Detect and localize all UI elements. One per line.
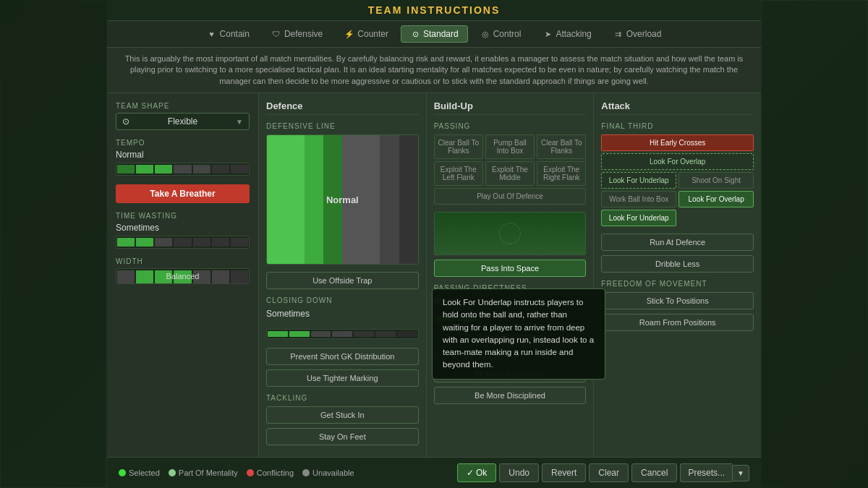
take-breather-button[interactable]: Take A Breather: [116, 184, 250, 203]
width-section: WIDTH Balanced: [116, 257, 250, 284]
w-seg-4: [174, 270, 191, 283]
tempo-seg-5: [193, 165, 210, 174]
presets-arrow-button[interactable]: ▼: [732, 465, 749, 481]
team-shape-text: Flexible: [168, 116, 197, 127]
attacking-icon: ➤: [542, 29, 553, 39]
closing-down-slider[interactable]: [266, 329, 419, 339]
buildup-column: Build-Up PASSING Clear Ball To Flanks Pu…: [427, 93, 595, 457]
cd-seg-6: [375, 331, 396, 337]
tempo-seg-4: [174, 165, 191, 174]
tempo-slider[interactable]: [116, 163, 250, 176]
ok-button[interactable]: ✓ Ok: [457, 463, 497, 482]
pass-exploit-middle[interactable]: Exploit The Middle: [485, 161, 535, 186]
look-for-overlap-bottom[interactable]: Look For Overlap: [678, 191, 754, 207]
bottom-bar: Selected Part Of Mentality Conflicting U…: [107, 457, 761, 488]
look-for-underlap-top[interactable]: Look For Underlap: [601, 172, 676, 189]
tempo-seg-3: [155, 165, 172, 174]
get-stuck-in-button[interactable]: Get Stuck In: [266, 406, 419, 424]
team-shape-label: TEAM SHAPE: [116, 102, 250, 110]
clear-button[interactable]: Clear: [589, 463, 629, 482]
cd-seg-2: [289, 331, 310, 337]
tempo-seg-1: [117, 165, 135, 174]
tab-attacking[interactable]: ➤ Attacking: [533, 25, 600, 43]
chevron-down-icon: ▼: [236, 118, 243, 126]
tab-counter-label: Counter: [357, 29, 388, 39]
pass-pump-box[interactable]: Pump Ball Into Box: [485, 134, 535, 159]
tempo-value: Normal: [116, 150, 250, 160]
width-display: Balanced: [116, 268, 250, 284]
presets-button[interactable]: Presets...: [680, 463, 732, 482]
cd-seg-4: [332, 331, 352, 337]
pass-into-space-button[interactable]: Pass Into Space: [434, 260, 587, 277]
cancel-button[interactable]: Cancel: [631, 463, 677, 482]
team-shape-dropdown[interactable]: ⊙ Flexible ▼: [116, 113, 250, 130]
mentality-dot: [169, 469, 176, 476]
shoot-on-sight[interactable]: Shoot On Sight: [678, 172, 754, 189]
content-area: TEAM SHAPE ⊙ Flexible ▼ TEMPO Normal: [107, 93, 761, 457]
team-shape-section: TEAM SHAPE ⊙ Flexible ▼: [116, 102, 250, 130]
defence-header: Defence: [266, 100, 419, 115]
use-tighter-marking-button[interactable]: Use Tighter Marking: [266, 369, 419, 387]
tw-seg-4: [174, 238, 191, 247]
cd-seg-1: [268, 331, 288, 337]
tab-overload-label: Overload: [626, 29, 662, 39]
tab-defensive[interactable]: 🛡 Defensive: [262, 25, 332, 43]
tw-seg-3: [155, 238, 172, 247]
selected-dot: [119, 469, 126, 476]
offside-trap-button[interactable]: Use Offside Trap: [266, 272, 419, 289]
run-at-defence-button[interactable]: Run At Defence: [601, 234, 754, 251]
legend: Selected Part Of Mentality Conflicting U…: [119, 468, 354, 477]
time-wasting-label: TIME WASTING: [116, 212, 250, 220]
stay-on-feet-button[interactable]: Stay On Feet: [266, 428, 419, 445]
pass-clear-left[interactable]: Clear Ball To Flanks: [434, 134, 483, 159]
tab-control[interactable]: ◎ Control: [471, 25, 531, 43]
tw-seg-5: [193, 238, 210, 247]
roam-from-positions-button[interactable]: Roam From Positions: [601, 314, 754, 331]
tab-contain[interactable]: ♥ Contain: [197, 25, 259, 43]
control-icon: ◎: [480, 29, 490, 39]
tab-standard[interactable]: ⊙ Standard: [401, 25, 468, 43]
look-for-overlap-top[interactable]: Look For Overlap: [601, 153, 754, 170]
work-ball-into-box[interactable]: Work Ball Into Box: [601, 191, 676, 207]
def-line-label: DEFENSIVE LINE: [266, 122, 419, 130]
tackling-label: TACKLING: [266, 394, 419, 402]
prevent-short-gk-button[interactable]: Prevent Short GK Distribution: [266, 348, 419, 365]
pass-clear-right[interactable]: Clear Ball To Flanks: [537, 134, 586, 159]
tab-control-label: Control: [493, 29, 522, 39]
legend-mentality: Part Of Mentality: [169, 468, 238, 477]
hit-early-crosses[interactable]: Hit Early Crosses: [601, 134, 754, 151]
tab-overload[interactable]: ⇉ Overload: [604, 25, 671, 43]
w-seg-1: [117, 270, 135, 283]
tw-seg-7: [231, 238, 248, 247]
pass-exploit-right[interactable]: Exploit The Right Flank: [537, 161, 586, 186]
tempo-section: TEMPO Normal: [116, 139, 250, 176]
tab-contain-label: Contain: [220, 29, 250, 39]
legend-unavailable-label: Unavailable: [312, 468, 354, 477]
description-text: This is arguably the most important of a…: [107, 48, 761, 93]
pitch-mini: [434, 212, 587, 255]
revert-button[interactable]: Revert: [542, 463, 586, 482]
unavailable-dot: [302, 469, 310, 476]
stick-to-positions-button[interactable]: Stick To Positions: [601, 292, 754, 309]
width-slider[interactable]: Balanced: [116, 268, 250, 284]
tab-attacking-label: Attacking: [556, 29, 591, 39]
legend-conflicting: Conflicting: [247, 468, 294, 477]
w-seg-5: [193, 270, 210, 283]
pass-exploit-left[interactable]: Exploit The Left Flank: [434, 161, 483, 186]
be-more-disciplined-button[interactable]: Be More Disciplined: [434, 387, 587, 404]
undo-button[interactable]: Undo: [499, 463, 539, 482]
tempo-seg-7: [231, 165, 248, 174]
w-seg-2: [136, 270, 153, 283]
tab-standard-label: Standard: [423, 29, 459, 39]
dribble-less-button[interactable]: Dribble Less: [601, 255, 754, 273]
look-for-underlap-bottom[interactable]: Look For Underlap: [601, 210, 676, 226]
pass-play-out[interactable]: Play Out Of Defence: [434, 188, 587, 205]
tooltip-text: Look For Underlap instructs players to h…: [443, 298, 594, 369]
closing-down-label: CLOSING DOWN: [266, 296, 419, 304]
time-wasting-slider[interactable]: [116, 236, 250, 249]
tab-counter[interactable]: ⚡ Counter: [335, 25, 398, 43]
contain-icon: ♥: [207, 29, 217, 39]
freedom-movement-label: FREEDOM OF MOVEMENT: [601, 280, 754, 288]
legend-unavailable: Unavailable: [302, 468, 354, 477]
standard-icon: ⊙: [410, 29, 420, 39]
